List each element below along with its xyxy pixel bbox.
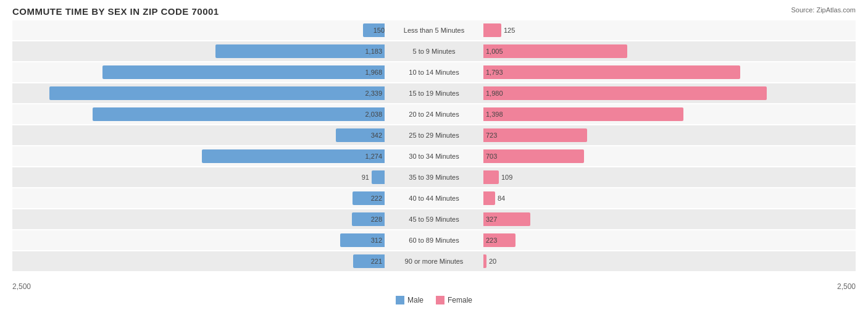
bar-left-section: 2,339 bbox=[12, 86, 385, 100]
male-value: 1,183 bbox=[365, 48, 382, 55]
bar-female bbox=[483, 191, 495, 205]
table-row: 1,27430 to 34 Minutes703 bbox=[12, 146, 856, 166]
row-label: 45 to 59 Minutes bbox=[385, 216, 483, 223]
bar-right-section: 327 bbox=[483, 212, 856, 226]
row-label: 35 to 39 Minutes bbox=[385, 174, 483, 181]
legend-male-box bbox=[396, 296, 404, 304]
table-row: 1,1835 to 9 Minutes1,005 bbox=[12, 41, 856, 61]
bar-male: 228 bbox=[352, 212, 385, 226]
axis-right-label: 2,500 bbox=[482, 282, 856, 291]
bar-right-section: 1,793 bbox=[483, 65, 856, 79]
bar-right-section: 1,398 bbox=[483, 107, 856, 121]
female-value: 1,793 bbox=[486, 69, 503, 76]
bar-female: 1,398 bbox=[483, 107, 683, 121]
male-value: 2,038 bbox=[365, 111, 382, 118]
table-row: 1,96810 to 14 Minutes1,793 bbox=[12, 62, 856, 82]
bar-left-section: 222 bbox=[12, 191, 385, 205]
male-value: 91 bbox=[362, 174, 369, 181]
bar-left-section: 2,038 bbox=[12, 107, 385, 121]
female-value: 723 bbox=[486, 132, 497, 139]
legend: Male Female bbox=[12, 296, 856, 304]
bar-right-section: 223 bbox=[483, 233, 856, 247]
table-row: 34225 to 29 Minutes723 bbox=[12, 125, 856, 145]
bar-right-section: 703 bbox=[483, 149, 856, 163]
row-label: 40 to 44 Minutes bbox=[385, 195, 483, 202]
legend-female-box bbox=[436, 296, 444, 304]
bar-male: 150 bbox=[363, 23, 385, 37]
bar-male: 1,274 bbox=[202, 149, 385, 163]
bar-male: 342 bbox=[336, 128, 385, 142]
bar-female bbox=[483, 170, 499, 184]
bar-left-section: 228 bbox=[12, 212, 385, 226]
bar-right-section: 125 bbox=[483, 23, 856, 37]
legend-male: Male bbox=[396, 296, 424, 304]
row-label: 90 or more Minutes bbox=[385, 258, 483, 265]
bar-male bbox=[372, 170, 385, 184]
bar-left-section: 91 bbox=[12, 170, 385, 184]
female-value: 1,980 bbox=[486, 90, 503, 97]
female-value: 327 bbox=[486, 216, 497, 223]
row-label: 10 to 14 Minutes bbox=[385, 69, 483, 76]
bar-male: 222 bbox=[353, 191, 385, 205]
legend-female: Female bbox=[436, 296, 472, 304]
bar-female bbox=[483, 254, 486, 268]
bar-left-section: 150 bbox=[12, 23, 385, 37]
male-value: 222 bbox=[371, 195, 382, 202]
legend-male-label: Male bbox=[407, 296, 424, 304]
source-label: Source: ZipAtlas.com bbox=[791, 6, 856, 14]
bar-male: 312 bbox=[340, 233, 385, 247]
bar-female: 723 bbox=[483, 128, 587, 142]
bar-left-section: 1,968 bbox=[12, 65, 385, 79]
bar-right-section: 20 bbox=[483, 254, 856, 268]
bar-left-section: 1,183 bbox=[12, 44, 385, 58]
bar-left-section: 342 bbox=[12, 128, 385, 142]
bar-male: 1,183 bbox=[215, 44, 385, 58]
bar-female: 703 bbox=[483, 149, 584, 163]
bar-right-section: 109 bbox=[483, 170, 856, 184]
female-value: 125 bbox=[504, 27, 515, 34]
female-value: 20 bbox=[489, 258, 496, 265]
chart-area: 150Less than 5 Minutes1251,1835 to 9 Min… bbox=[12, 20, 856, 280]
male-value: 312 bbox=[371, 237, 382, 244]
row-label: 15 to 19 Minutes bbox=[385, 90, 483, 97]
row-label: 30 to 34 Minutes bbox=[385, 153, 483, 160]
male-value: 221 bbox=[371, 258, 382, 265]
table-row: 22845 to 59 Minutes327 bbox=[12, 209, 856, 229]
bar-female: 1,793 bbox=[483, 65, 740, 79]
bar-right-section: 1,980 bbox=[483, 86, 856, 100]
male-value: 150 bbox=[373, 27, 385, 34]
bar-right-section: 723 bbox=[483, 128, 856, 142]
female-value: 84 bbox=[498, 195, 505, 202]
female-value: 223 bbox=[486, 237, 497, 244]
table-row: 2,03820 to 24 Minutes1,398 bbox=[12, 104, 856, 124]
bar-left-section: 312 bbox=[12, 233, 385, 247]
table-row: 2,33915 to 19 Minutes1,980 bbox=[12, 83, 856, 103]
axis-labels: 2,500 2,500 bbox=[12, 282, 856, 291]
bar-male: 2,339 bbox=[49, 86, 385, 100]
bar-female: 1,980 bbox=[483, 86, 767, 100]
chart-container: COMMUTE TIME BY SEX IN ZIP CODE 70001 So… bbox=[0, 0, 868, 323]
bar-female: 223 bbox=[483, 233, 515, 247]
bar-right-section: 84 bbox=[483, 191, 856, 205]
male-value: 1,968 bbox=[365, 69, 382, 76]
table-row: 9135 to 39 Minutes109 bbox=[12, 167, 856, 187]
male-value: 2,339 bbox=[365, 90, 382, 97]
male-value: 228 bbox=[371, 216, 382, 223]
table-row: 150Less than 5 Minutes125 bbox=[12, 20, 856, 40]
axis-left-label: 2,500 bbox=[12, 282, 386, 291]
female-value: 109 bbox=[501, 174, 512, 181]
table-row: 31260 to 89 Minutes223 bbox=[12, 230, 856, 250]
row-label: 60 to 89 Minutes bbox=[385, 237, 483, 244]
row-label: 20 to 24 Minutes bbox=[385, 111, 483, 118]
male-value: 342 bbox=[371, 132, 382, 139]
legend-female-label: Female bbox=[448, 296, 472, 304]
female-value: 703 bbox=[486, 153, 497, 160]
row-label: 5 to 9 Minutes bbox=[385, 48, 483, 55]
male-value: 1,274 bbox=[365, 153, 382, 160]
female-value: 1,398 bbox=[486, 111, 503, 118]
female-value: 1,005 bbox=[486, 48, 503, 55]
bar-left-section: 1,274 bbox=[12, 149, 385, 163]
bar-left-section: 221 bbox=[12, 254, 385, 268]
row-label: Less than 5 Minutes bbox=[385, 27, 483, 34]
bar-female bbox=[483, 23, 501, 37]
